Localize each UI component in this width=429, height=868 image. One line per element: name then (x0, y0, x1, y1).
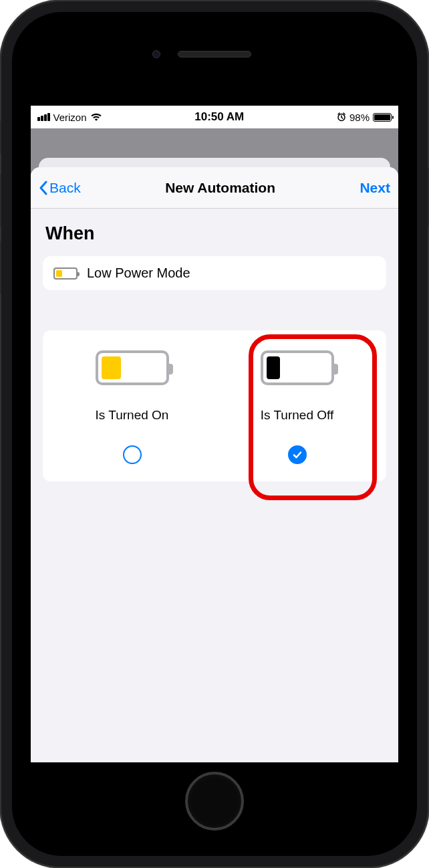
option-is-turned-off[interactable]: Is Turned Off (214, 350, 380, 464)
battery-on-icon (96, 350, 169, 385)
battery-fill (56, 270, 62, 277)
status-bar-time: 10:50 AM (194, 110, 244, 124)
status-bar-right: 98% (337, 112, 392, 123)
next-button[interactable]: Next (360, 180, 390, 196)
status-bar: Verizon 10:50 AM 98% (31, 106, 398, 128)
battery-fill (374, 114, 390, 120)
radio-checked (288, 445, 307, 464)
low-power-mode-icon (53, 267, 78, 280)
home-button (185, 772, 244, 831)
modal-sheet: Back New Automation Next When (31, 167, 398, 762)
volume-up-button (0, 174, 1, 227)
navigation-bar: Back New Automation Next (31, 167, 398, 209)
trigger-row: Low Power Mode (53, 265, 376, 281)
battery-fill (102, 356, 121, 379)
option-is-turned-on[interactable]: Is Turned On (49, 350, 214, 464)
chevron-left-icon (39, 181, 48, 195)
alarm-icon (337, 112, 346, 122)
screen: Verizon 10:50 AM 98% (31, 106, 398, 762)
content-area: When Low Power Mode (31, 209, 398, 762)
cellular-signal-icon (37, 113, 50, 121)
back-button[interactable]: Back (39, 180, 81, 196)
earpiece-speaker (178, 51, 251, 58)
trigger-label: Low Power Mode (87, 265, 190, 281)
carrier-label: Verizon (53, 112, 87, 123)
iphone-device-frame: Verizon 10:50 AM 98% (0, 0, 429, 868)
section-heading: When (43, 223, 386, 244)
volume-down-button (0, 241, 1, 294)
checkmark-icon (292, 449, 303, 460)
battery-fill (267, 356, 280, 379)
page-title: New Automation (165, 180, 275, 196)
wifi-icon (90, 112, 102, 122)
option-off-label: Is Turned Off (261, 408, 333, 423)
back-label: Back (49, 180, 81, 196)
battery-off-icon (261, 350, 334, 385)
option-on-label: Is Turned On (96, 408, 169, 423)
front-camera (152, 50, 160, 58)
radio-unchecked (123, 445, 142, 464)
device-bezel: Verizon 10:50 AM 98% (12, 12, 417, 856)
battery-icon (373, 113, 392, 122)
mute-switch (0, 120, 1, 154)
modal-backdrop: Back New Automation Next When (31, 128, 398, 762)
status-bar-left: Verizon (37, 112, 102, 123)
battery-percentage: 98% (349, 112, 370, 123)
options-card: Is Turned On Is Turned Off (43, 330, 386, 481)
trigger-card: Low Power Mode (43, 256, 386, 290)
